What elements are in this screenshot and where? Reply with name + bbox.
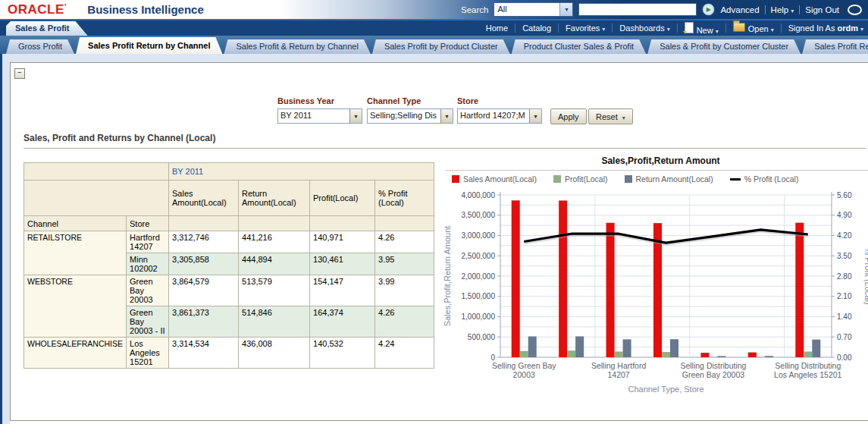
tab-sales-profit-return-by-channel[interactable]: Sales Profit Return by Channel xyxy=(76,37,222,54)
svg-text:0.00: 0.00 xyxy=(837,353,852,362)
svg-text:Sales,Profit,Return Amount: Sales,Profit,Return Amount xyxy=(443,226,452,327)
svg-text:5.60: 5.60 xyxy=(837,191,852,199)
tab-overflow[interactable]: Sales Profit Retur» xyxy=(802,39,868,54)
legend-item-profit: Profit(Local) xyxy=(553,174,608,184)
page-margin xyxy=(2,54,10,424)
svg-text:Selling DistributingLos Angele: Selling DistributingLos Angeles 15201 xyxy=(774,361,841,379)
svg-text:2.10: 2.10 xyxy=(837,292,852,300)
bar xyxy=(623,339,631,357)
bar xyxy=(765,356,773,357)
bar xyxy=(748,353,757,357)
nav-home[interactable]: Home xyxy=(486,24,508,33)
brand: ORACLE’ Business Intelligence xyxy=(0,3,204,16)
tab-sales-profit-by-customer-cluster[interactable]: Sales & Profit by Customer Cluster xyxy=(647,39,801,54)
separator xyxy=(612,24,613,33)
store-select[interactable]: Hartford 14207;M ▼ xyxy=(457,108,542,124)
separator xyxy=(677,24,678,33)
tab-product-cluster-sales-profit[interactable]: Product Cluster Sales & Profit xyxy=(512,39,647,54)
section-divider xyxy=(24,148,866,149)
svg-text:Selling DistributingGreen Bay: Selling DistributingGreen Bay 20003 xyxy=(680,361,746,379)
nav-dashboards[interactable]: Dashboards▾ xyxy=(619,24,669,33)
bar xyxy=(709,357,717,358)
bar xyxy=(512,200,520,357)
svg-text:2,500,000: 2,500,000 xyxy=(462,252,496,260)
folder-icon xyxy=(733,23,745,32)
chart-title-divider xyxy=(446,170,868,171)
search-input[interactable] xyxy=(578,3,697,16)
channel-cell: WHOLESALEFRANCHISE xyxy=(24,338,127,369)
svg-text:4.20: 4.20 xyxy=(837,231,852,240)
pivot-table: BY 2011 Sales Amount(Local) Return Amoun… xyxy=(24,162,434,369)
tab-gross-profit[interactable]: Gross Profit xyxy=(6,39,74,54)
chevron-down-icon[interactable]: ▼ xyxy=(440,109,453,123)
chevron-down-icon[interactable]: ▼ xyxy=(559,3,572,16)
advanced-link[interactable]: Advanced xyxy=(720,5,759,14)
chevron-down-icon: ▾ xyxy=(716,28,719,35)
bar xyxy=(559,200,567,357)
svg-text:4,000,000: 4,000,000 xyxy=(462,191,496,199)
section-title: Sales, Profit and Returns by Channel (Lo… xyxy=(24,133,215,143)
svg-text:1,500,000: 1,500,000 xyxy=(462,292,496,300)
chevron-down-icon: ▾ xyxy=(791,8,794,14)
help-menu[interactable]: Help▾ xyxy=(771,5,794,14)
global-nav-links: Home Catalog Favorites▾ Dashboards▾ New▾… xyxy=(486,20,863,36)
search-scope-select[interactable]: All ▼ xyxy=(494,2,573,17)
chevron-down-icon[interactable]: ▼ xyxy=(349,109,362,123)
tab-sales-profit-and-return-by-channel[interactable]: Sales Profit & Return by Channel xyxy=(224,39,370,54)
collapse-section-button[interactable]: − xyxy=(14,68,25,79)
table-row: WEBSTORE Green Bay 20003 3,864,579 513,5… xyxy=(24,275,434,306)
reset-button[interactable]: Reset ▾ xyxy=(588,108,633,124)
chart-title: Sales,Profit,Return Amount xyxy=(443,155,868,166)
sign-out-link[interactable]: Sign Out xyxy=(805,5,839,14)
signed-in-menu[interactable]: Signed In As ordm▾ xyxy=(788,24,863,33)
nav-catalog[interactable]: Catalog xyxy=(522,24,551,33)
search-scope-value: All xyxy=(494,3,559,16)
year-header: BY 2011 xyxy=(169,163,434,181)
prompt-label: Business Year xyxy=(277,96,362,105)
nav-open[interactable]: Open▾ xyxy=(733,23,774,33)
prompt-label: Channel Type xyxy=(367,96,453,105)
bar xyxy=(567,350,575,357)
chevron-down-icon: ▾ xyxy=(860,26,863,33)
svg-text:Selling Hartford14207: Selling Hartford14207 xyxy=(591,361,647,379)
prompt-business-year: Business Year BY 2011 ▼ xyxy=(277,96,362,124)
svg-text:0.70: 0.70 xyxy=(837,333,852,341)
table-row: WHOLESALEFRANCHISE Los Angeles 15201 3,3… xyxy=(24,338,434,369)
nav-favorites[interactable]: Favorites▾ xyxy=(566,24,605,33)
global-navbar: Sales & Profit Home Catalog Favorites▾ D… xyxy=(0,20,868,36)
store-cell: Los Angeles 15201 xyxy=(127,338,169,369)
legend-item-pct-profit: % Profit (Local) xyxy=(730,174,799,184)
dashboard-tab[interactable]: Sales & Profit xyxy=(6,21,88,36)
chevron-down-icon: ▾ xyxy=(771,27,774,33)
svg-text:3.50: 3.50 xyxy=(837,252,852,260)
chart-canvas[interactable]: 0500,0001,000,0001,500,0002,000,0002,500… xyxy=(443,187,868,401)
new-document-icon xyxy=(685,22,694,33)
svg-text:3,500,000: 3,500,000 xyxy=(462,211,496,219)
svg-text:0: 0 xyxy=(490,353,495,362)
chevron-down-icon[interactable]: ▼ xyxy=(529,109,541,123)
bar xyxy=(804,351,812,357)
business-year-value: BY 2011 xyxy=(278,109,349,123)
nav-new[interactable]: New▾ xyxy=(685,22,719,35)
channel-type-select[interactable]: Selling;Selling Dis ▼ xyxy=(367,108,453,124)
bar xyxy=(795,223,804,357)
apply-button[interactable]: Apply xyxy=(550,108,587,124)
svg-text:500,000: 500,000 xyxy=(468,333,496,341)
username: ordm xyxy=(837,24,858,33)
product-title: Business Intelligence xyxy=(87,3,203,16)
oracle-logo-mark: ’ xyxy=(64,2,67,11)
tab-sales-profit-by-product-cluster[interactable]: Sales Profit by Product Cluster xyxy=(372,39,510,54)
business-year-select[interactable]: BY 2011 ▼ xyxy=(277,108,362,124)
separator xyxy=(725,24,726,33)
chart-region: Sales,Profit,Return Amount Sales Amount(… xyxy=(443,154,868,416)
separator xyxy=(558,24,559,33)
bar xyxy=(520,351,528,357)
oracle-logo: ORACLE’ xyxy=(8,3,67,16)
bar xyxy=(606,223,615,357)
top-banner: ORACLE’ Business Intelligence Search All… xyxy=(0,0,868,19)
chart-legend: Sales Amount(Local) Profit(Local) Return… xyxy=(452,174,798,184)
pivot-table-region: BY 2011 Sales Amount(Local) Return Amoun… xyxy=(24,162,434,369)
search-go-button[interactable]: ▶ xyxy=(702,3,715,16)
corner-cell xyxy=(24,163,169,181)
bar xyxy=(615,351,623,357)
